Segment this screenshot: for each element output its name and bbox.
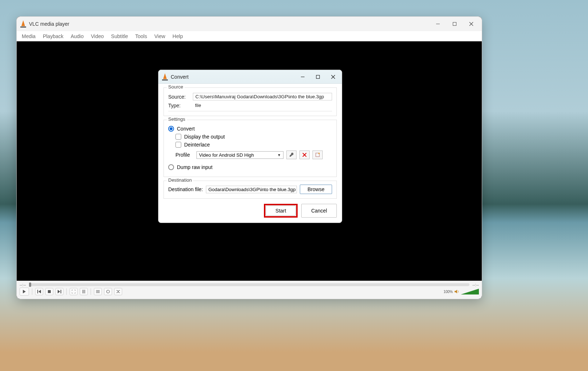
- display-output-label: Display the output: [184, 134, 225, 140]
- dialog-titlebar: Convert: [158, 70, 342, 84]
- menu-playback[interactable]: Playback: [39, 32, 67, 41]
- volume-label: 100%: [443, 290, 453, 294]
- settings-fieldset: Settings Convert Display the output Dein…: [163, 120, 337, 177]
- profile-label: Profile: [175, 152, 194, 158]
- main-window-title: VLC media player: [29, 21, 69, 27]
- source-fieldset: Source Source: C:\Users\Manuviraj Godara…: [163, 87, 337, 116]
- loop-button[interactable]: [104, 288, 112, 295]
- separator: [32, 288, 32, 295]
- playlist-button[interactable]: [94, 288, 102, 295]
- close-button[interactable]: [463, 18, 480, 30]
- divider: [168, 111, 332, 111]
- source-value: C:\Users\Manuviraj Godara\Downloads\3GP\…: [193, 93, 332, 100]
- play-button[interactable]: [20, 288, 29, 296]
- separator: [91, 288, 91, 295]
- cancel-button[interactable]: Cancel: [301, 204, 337, 218]
- time-elapsed: --:--: [20, 283, 26, 287]
- type-value: file: [193, 102, 332, 109]
- destination-fieldset: Destination Destination file: Godara\Dow…: [163, 181, 337, 199]
- type-label: Type:: [168, 103, 189, 108]
- destination-legend: Destination: [167, 177, 193, 183]
- dialog-minimize-button[interactable]: [298, 73, 307, 81]
- vlc-cone-icon: [20, 20, 26, 28]
- deinterlace-checkbox[interactable]: [175, 142, 181, 148]
- dump-raw-label: Dump raw input: [177, 164, 212, 170]
- stop-button[interactable]: [45, 288, 53, 295]
- menu-media[interactable]: Media: [18, 32, 39, 41]
- main-menubar: Media Playback Audio Video Subtitle Tool…: [17, 31, 482, 41]
- x-icon: [302, 152, 307, 157]
- start-button-highlight: Start: [264, 204, 298, 218]
- settings-legend: Settings: [167, 116, 187, 122]
- main-titlebar: VLC media player: [17, 17, 482, 31]
- new-profile-button[interactable]: [312, 151, 323, 159]
- browse-button[interactable]: Browse: [300, 185, 332, 194]
- speaker-icon[interactable]: [454, 289, 459, 294]
- source-label: Source:: [168, 94, 189, 100]
- svg-rect-5: [37, 290, 38, 293]
- extended-settings-button[interactable]: [80, 288, 88, 295]
- svg-point-24: [318, 153, 320, 154]
- svg-rect-1: [453, 22, 456, 26]
- svg-marker-16: [455, 290, 457, 293]
- destination-file-input[interactable]: Godara\Downloads\3GP\into the blue.3gp: [206, 186, 297, 193]
- fullscreen-button[interactable]: [70, 288, 78, 295]
- volume-slider[interactable]: [461, 289, 479, 294]
- next-button[interactable]: [55, 288, 63, 295]
- wrench-icon: [289, 152, 294, 157]
- menu-audio[interactable]: Audio: [67, 32, 87, 41]
- menu-tools[interactable]: Tools: [132, 32, 151, 41]
- separator: [66, 288, 67, 295]
- svg-rect-7: [48, 290, 51, 293]
- profile-selected-value: Video for Android SD High: [199, 152, 254, 158]
- svg-rect-18: [316, 75, 320, 78]
- menu-video[interactable]: Video: [87, 32, 108, 41]
- dump-raw-radio[interactable]: [168, 164, 174, 170]
- maximize-button[interactable]: [446, 18, 463, 30]
- convert-dialog: Convert Source Source: C:\Users\Manuvira…: [158, 70, 342, 223]
- dialog-title: Convert: [171, 74, 189, 80]
- dialog-maximize-button[interactable]: [314, 73, 322, 81]
- seek-slider[interactable]: [29, 283, 470, 286]
- minimize-button[interactable]: [430, 18, 446, 30]
- menu-help[interactable]: Help: [169, 32, 187, 41]
- profile-select[interactable]: Video for Android SD High ▼: [196, 151, 283, 159]
- time-total: --:--: [472, 283, 479, 287]
- svg-marker-4: [23, 290, 26, 293]
- vlc-cone-icon: [162, 73, 168, 81]
- source-legend: Source: [167, 84, 185, 90]
- chevron-down-icon: ▼: [277, 153, 281, 157]
- delete-profile-button[interactable]: [299, 151, 310, 159]
- main-window-controls: [430, 18, 480, 30]
- dialog-close-button[interactable]: [329, 73, 338, 81]
- menu-view[interactable]: View: [151, 32, 169, 41]
- new-profile-icon: [315, 152, 320, 157]
- player-controls: --:-- --:--: [17, 281, 482, 299]
- svg-marker-6: [38, 290, 41, 293]
- shuffle-button[interactable]: [114, 288, 122, 295]
- svg-rect-9: [61, 290, 61, 293]
- convert-radio-label: Convert: [177, 126, 195, 132]
- svg-marker-8: [58, 290, 60, 293]
- display-output-checkbox[interactable]: [175, 134, 181, 140]
- destination-file-label: Destination file:: [168, 186, 203, 192]
- start-button[interactable]: Start: [266, 206, 296, 216]
- edit-profile-button[interactable]: [286, 151, 297, 159]
- previous-button[interactable]: [35, 288, 43, 295]
- menu-subtitle[interactable]: Subtitle: [107, 32, 132, 41]
- deinterlace-label: Deinterlace: [184, 142, 210, 148]
- convert-radio[interactable]: [168, 126, 174, 132]
